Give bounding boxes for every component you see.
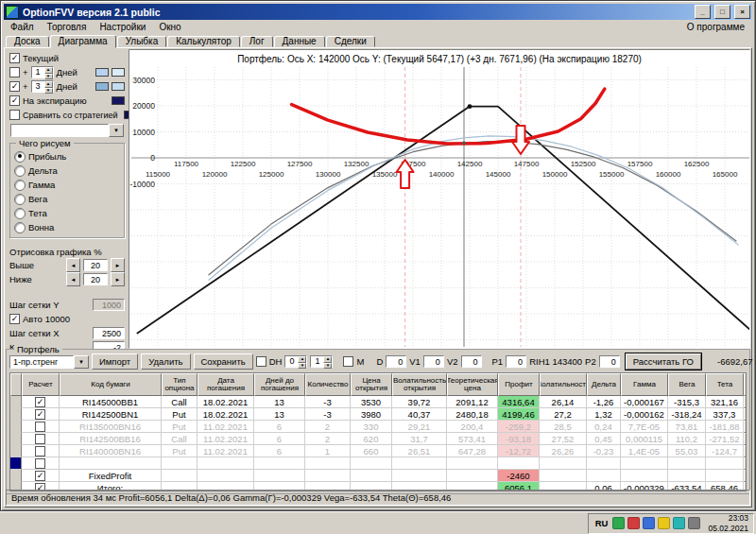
table-cell[interactable]: [621, 470, 668, 482]
table-cell[interactable]: 26,51: [392, 445, 447, 457]
table-cell[interactable]: 29,21: [392, 421, 447, 433]
table-cell[interactable]: [162, 457, 198, 470]
table-cell[interactable]: -1,26: [587, 396, 621, 408]
row-delete-button[interactable]: X: [744, 433, 747, 445]
table-cell[interactable]: -259,2: [498, 421, 540, 433]
table-cell[interactable]: [254, 457, 305, 470]
column-header[interactable]: Дата погашения: [198, 373, 254, 396]
table-cell[interactable]: -3: [305, 408, 351, 421]
table-cell[interactable]: 0,000115: [621, 433, 668, 445]
maximize-button[interactable]: □: [714, 5, 730, 19]
radio-gamma[interactable]: [14, 180, 26, 191]
radio-vega[interactable]: [14, 194, 26, 205]
table-cell[interactable]: 573,41: [447, 433, 498, 445]
table-cell[interactable]: 11.02.2021: [198, 445, 254, 457]
table-cell[interactable]: -0,23: [587, 445, 621, 457]
tray-icon-1[interactable]: [612, 517, 625, 529]
expiration-checkbox[interactable]: ✓: [9, 95, 20, 106]
table-cell[interactable]: -0,000167: [621, 396, 668, 408]
plus3-color-swatch-2[interactable]: [112, 82, 125, 91]
below-decrease-button[interactable]: ◄: [66, 272, 80, 286]
column-header[interactable]: Тета: [706, 373, 744, 396]
table-cell[interactable]: [305, 457, 351, 470]
table-cell[interactable]: 7,7E-05: [621, 421, 668, 433]
table-cell[interactable]: 2480,18: [447, 408, 498, 421]
table-cell[interactable]: [198, 470, 254, 482]
table-cell[interactable]: 0,24: [587, 421, 621, 433]
table-cell[interactable]: 1,32: [587, 408, 621, 421]
dh-stepper-1[interactable]: 0▲▼: [284, 355, 307, 368]
row-calc-checkbox[interactable]: [22, 433, 60, 445]
plus3-days-stepper[interactable]: 3▲▼: [31, 80, 54, 93]
tab-ulybka[interactable]: Улыбка: [117, 36, 167, 47]
tray-icon-5[interactable]: [673, 517, 685, 529]
table-cell[interactable]: 110,2: [668, 433, 706, 445]
table-cell[interactable]: 4199,46: [498, 408, 540, 421]
table-cell[interactable]: 6: [254, 445, 305, 457]
table-cell[interactable]: 321,16: [706, 396, 744, 408]
plus1-color-swatch-2[interactable]: [112, 68, 125, 77]
table-cell[interactable]: [621, 457, 668, 470]
table-cell[interactable]: 13: [254, 408, 305, 421]
table-cell[interactable]: [540, 470, 587, 482]
table-cell[interactable]: 2: [305, 433, 351, 445]
plus3-color-swatch[interactable]: [95, 82, 109, 91]
table-cell[interactable]: 27,52: [540, 433, 587, 445]
table-cell[interactable]: [498, 457, 540, 470]
table-cell[interactable]: [447, 470, 498, 482]
table-cell[interactable]: 330: [351, 421, 392, 433]
minimize-button[interactable]: _: [695, 5, 711, 19]
table-cell[interactable]: -181,88: [706, 421, 744, 433]
table-cell[interactable]: -124,7: [706, 445, 744, 457]
chevron-down-icon[interactable]: ▼: [74, 355, 89, 369]
table-cell[interactable]: 73,81: [668, 421, 706, 433]
table-cell[interactable]: [587, 457, 621, 470]
auto-step-checkbox[interactable]: ✓: [9, 314, 20, 324]
security-code-cell[interactable]: RI142500BB16: [60, 433, 162, 445]
table-cell[interactable]: -0,000162: [621, 408, 668, 421]
row-calc-checkbox[interactable]: ✓: [22, 396, 60, 408]
expiration-color-swatch[interactable]: [112, 96, 125, 105]
column-header[interactable]: Гамма: [621, 373, 668, 396]
table-cell[interactable]: [351, 470, 392, 482]
table-cell[interactable]: 26,14: [540, 396, 587, 408]
table-cell[interactable]: Put: [162, 445, 198, 457]
column-header[interactable]: Цена открытия: [351, 373, 392, 396]
table-cell[interactable]: Put: [162, 421, 198, 433]
current-checkbox[interactable]: ✓: [9, 53, 20, 63]
calculate-go-button[interactable]: Рассчитать ГО: [626, 353, 701, 370]
above-value-field[interactable]: 20: [83, 259, 108, 271]
compare-strategy-checkbox[interactable]: [9, 110, 20, 120]
radio-vonna[interactable]: [14, 222, 26, 233]
table-cell[interactable]: 13: [254, 396, 305, 408]
table-cell[interactable]: 11.02.2021: [198, 433, 254, 445]
row-delete-button[interactable]: X: [744, 445, 747, 457]
import-button[interactable]: Импорт: [92, 353, 138, 370]
table-cell[interactable]: 3530: [351, 396, 392, 408]
table-cell[interactable]: 6: [254, 433, 305, 445]
table-cell[interactable]: [587, 470, 621, 482]
table-cell[interactable]: 660: [351, 445, 392, 457]
tray-icon-3[interactable]: [643, 517, 655, 529]
row-calc-checkbox[interactable]: [22, 445, 60, 457]
tray-icon-4[interactable]: [658, 517, 670, 529]
table-cell[interactable]: [668, 457, 706, 470]
row-calc-checkbox[interactable]: ✓: [22, 470, 60, 482]
security-code-cell[interactable]: RI142500BN1: [60, 408, 162, 421]
table-cell[interactable]: 27,2: [540, 408, 587, 421]
table-cell[interactable]: Call: [162, 433, 198, 445]
row-delete-button[interactable]: X: [744, 470, 747, 482]
table-cell[interactable]: 1: [305, 445, 351, 457]
table-cell[interactable]: 31,7: [392, 433, 447, 445]
security-code-cell[interactable]: RI135000BN16: [60, 421, 162, 433]
table-cell[interactable]: [392, 470, 447, 482]
tab-sdelki[interactable]: Сделки: [326, 36, 375, 47]
column-header[interactable]: Тип опциона: [162, 373, 198, 396]
column-header[interactable]: [744, 373, 747, 396]
column-header[interactable]: Код бумаги: [60, 373, 162, 396]
strategy-select[interactable]: 1-пр.стренг ▼: [9, 355, 89, 369]
table-cell[interactable]: -271,52: [706, 433, 744, 445]
radio-delta[interactable]: [14, 165, 26, 177]
table-cell[interactable]: -2460: [498, 470, 540, 482]
row-calc-checkbox[interactable]: ✓: [22, 408, 60, 421]
